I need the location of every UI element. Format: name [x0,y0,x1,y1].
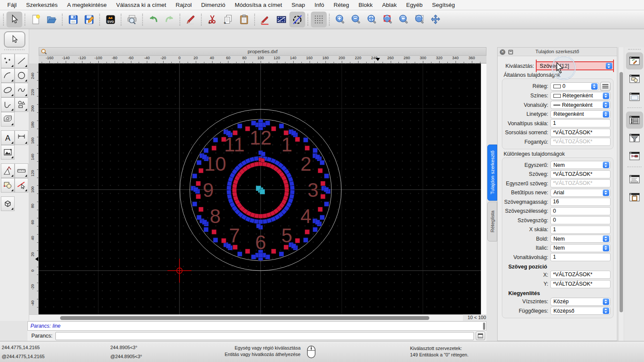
bet-t-pus-neve-select[interactable]: Arial [550,189,611,197]
bold-select[interactable]: Nem [550,235,611,243]
block-tools-button[interactable] [1,178,15,193]
x-field[interactable]: *VÁLTOZÁSOK* [550,271,611,279]
zoom-auto-button[interactable] [364,12,380,27]
menu-ablak[interactable]: Ablak [377,0,401,10]
snap-grid-button[interactable] [311,12,327,27]
new-document-button[interactable] [28,12,44,27]
vonalt-vols-g-field[interactable]: 1 [550,253,611,261]
vonals-ly-select[interactable]: Rétegenként [550,101,611,109]
menu-dimenzi[interactable]: Dimenzió [196,0,230,10]
v-zszintes-select[interactable]: Közép [550,298,611,306]
zoom-in-button[interactable] [332,12,348,27]
select-arrow-button[interactable] [6,12,22,27]
ellipse-tools-button[interactable] [1,83,15,97]
draw-pencil-button[interactable] [258,12,273,27]
save-button[interactable] [65,12,81,27]
library-browser-window-button[interactable] [626,88,643,106]
zoom-out-button[interactable] [348,12,364,27]
menu-m-dos-tsa-a-c-met[interactable]: Módosítsa a címet [230,0,287,10]
sz-vegsz-g-field[interactable]: 0 [550,216,611,224]
polyline-tools-button[interactable] [1,97,15,112]
print-preview-button[interactable] [124,12,140,27]
circle-tools-button[interactable] [15,68,28,83]
x-sk-la-field[interactable]: 1 [550,226,611,234]
select-rectangle-button[interactable] [273,12,289,27]
drawing-canvas[interactable]: 121234567891011 [39,63,481,314]
sz-vegsz-less-g-field[interactable]: 0 [550,207,611,215]
f-gg-leges-select[interactable]: Középső [550,307,611,315]
egyszer-sz-veg-field[interactable]: *VÁLTOZÁSOK* [550,179,611,187]
y-field[interactable]: *VÁLTOZÁSOK* [550,280,611,288]
modify-tools-button[interactable] [1,163,15,178]
panel-close-icon[interactable]: ✕ [500,49,505,55]
zoom-redraw-button[interactable] [380,12,396,27]
spline-tools-button[interactable] [15,83,28,97]
menu-v-lassza-ki-a-c-met[interactable]: Válassza ki a címet [112,0,171,10]
arc-tools-button[interactable] [1,68,15,83]
cut-button[interactable]: + [204,12,220,27]
command-input[interactable] [55,332,474,340]
clipboard-window-button[interactable] [626,189,643,206]
foganty-field[interactable]: *VÁLTOZÁSOK* [550,138,611,146]
command-options-window-button[interactable] [626,148,643,165]
menu-snap[interactable]: Snap [287,0,310,10]
sz-veg-field[interactable]: *VÁLTOZÁSOK* [550,170,611,178]
palette-drag-handle[interactable] [4,49,24,51]
property-editor-window-button[interactable] [626,52,643,69]
selection-dropdown[interactable]: Szöveg [12] [536,61,614,70]
menu-szerkeszt-s[interactable]: Szerkesztés [21,0,63,10]
layer-list-window-button[interactable] [626,112,643,129]
block-list-window-button[interactable] [626,70,643,87]
open-file-button[interactable] [44,12,60,27]
document-title-bar[interactable]: properties.dxf [39,47,486,56]
sz-nes-select[interactable]: Rétegenként [550,92,611,100]
deselect-all-button[interactable] [289,12,305,27]
selection-filter-window-button[interactable] [626,130,643,147]
line-tools-button[interactable] [15,54,28,68]
tab-property-editor[interactable]: Tulajdon szerkesztő [487,145,497,201]
shape-tools-button[interactable] [15,97,28,112]
menu-f-jl[interactable]: Fájl [3,0,21,10]
canvas-v-scrollbar[interactable] [481,63,486,314]
copy-button[interactable]: + [220,12,236,27]
sorsol-si-sorrend-field[interactable]: *VÁLTOZÁSOK* [550,129,611,137]
egyszer-select[interactable]: Nem [550,161,611,169]
point-tools-button[interactable] [1,54,15,68]
image-tool-button[interactable] [1,145,15,160]
selection-tool-button[interactable] [4,31,25,48]
menu-a-megtekint-se[interactable]: A megtekintése [62,0,111,10]
r-teg-select[interactable]: 0 [550,82,599,90]
panel-detach-icon[interactable] [508,50,513,54]
menu-blokk[interactable]: Blokk [354,0,377,10]
text-tool-button[interactable]: A [1,130,15,145]
zoom-window-button[interactable] [412,12,428,27]
paste-button[interactable] [236,12,252,27]
vonalt-pus-sk-la-field[interactable]: 1 [550,119,611,127]
canvas-h-scrollbar[interactable] [29,314,463,321]
tab-layer-list[interactable]: Réteglista [487,202,497,241]
command-line-window-button[interactable] [626,171,643,188]
italic-select[interactable]: Nem [550,244,611,252]
menu-r-teg[interactable]: Réteg [329,0,354,10]
h-scrollbar-thumb[interactable] [60,316,429,320]
hatch-tool-button[interactable] [1,112,15,127]
menu-egy-b[interactable]: Egyéb [401,0,427,10]
panel-scrollbar-thumb[interactable] [620,72,623,312]
command-detach-button[interactable] [476,332,485,340]
undo-button[interactable] [146,12,161,27]
history-scrollbar[interactable] [483,323,485,330]
menu-seg-ts-g[interactable]: Segítség [427,0,459,10]
layer-menu-button[interactable] [600,82,611,91]
panel-scrollbar[interactable] [618,47,623,341]
redo-button[interactable] [161,12,177,27]
measure-tools-button[interactable] [15,163,28,178]
zoom-previous-button[interactable] [396,12,412,27]
menu-rajzol[interactable]: Rajzol [171,0,197,10]
delete-entity-button[interactable] [183,12,199,27]
sz-vegmagass-g-field[interactable]: 16 [550,198,611,206]
solid-tools-button[interactable] [1,196,15,211]
svg-export-button[interactable]: SVG [103,12,118,27]
save-as-button[interactable] [81,12,97,27]
menu-inf[interactable]: Infó [310,0,329,10]
entity-select-tools-button[interactable] [15,178,28,193]
